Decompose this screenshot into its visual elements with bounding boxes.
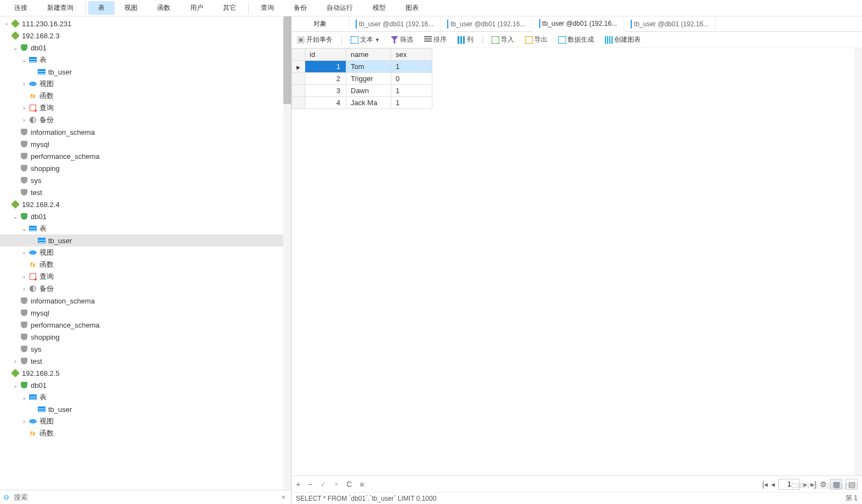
close-icon[interactable]: × <box>279 493 288 501</box>
expand-arrow-icon[interactable]: ⌄ <box>11 382 20 388</box>
tree-item[interactable]: tb_user <box>0 403 291 415</box>
user-button[interactable]: 用户 <box>180 1 213 15</box>
table-button[interactable]: 表 <box>88 1 115 15</box>
tree-item[interactable]: tb_user <box>0 66 291 78</box>
table-row[interactable]: 4Jack Ma1 <box>292 97 432 109</box>
table-row[interactable]: 3Dawn1 <box>292 85 432 97</box>
cell-name[interactable]: Tom <box>346 61 391 73</box>
cell-sex[interactable]: 1 <box>391 97 432 109</box>
row-indicator[interactable] <box>292 85 305 97</box>
expand-arrow-icon[interactable]: ⌄ <box>20 57 28 63</box>
tree-item[interactable]: performance_schema <box>0 319 291 331</box>
tree-item[interactable]: ›视图 <box>0 78 291 90</box>
other-button[interactable]: 其它 <box>213 1 246 15</box>
expand-arrow-icon[interactable]: ⌄ <box>11 45 20 51</box>
export-button[interactable]: 导出 <box>523 34 550 45</box>
tree-item[interactable]: ›视图 <box>0 247 291 259</box>
tree-item[interactable]: ›备份 <box>0 283 291 295</box>
query-button[interactable]: 查询 <box>251 1 284 15</box>
tree-item[interactable]: mysql <box>0 307 291 319</box>
tree-item[interactable]: ⌄表 <box>0 391 291 403</box>
grid-area[interactable]: id name sex ▶1Tom12Trigger03Dawn14Jack M… <box>292 48 862 476</box>
expand-arrow-icon[interactable]: › <box>20 250 28 256</box>
tree-item[interactable]: ⌄db01 <box>0 379 291 391</box>
tree-item[interactable]: performance_schema <box>0 150 291 162</box>
expand-arrow-icon[interactable]: ⌄ <box>20 226 28 232</box>
view-button[interactable]: 视图 <box>115 1 147 15</box>
table-row[interactable]: 2Trigger0 <box>292 73 432 85</box>
connect-button[interactable]: 连接 <box>4 1 37 15</box>
backup-button[interactable]: 备份 <box>284 1 317 15</box>
tab-tb-user-1[interactable]: tb_user @db01 (192.16... <box>349 16 441 31</box>
tree-item[interactable]: shopping <box>0 331 291 343</box>
row-indicator[interactable]: ▶ <box>292 61 305 73</box>
cell-sex[interactable]: 1 <box>391 61 432 73</box>
tree-item[interactable]: tb_user <box>0 234 291 247</box>
tab-tb-user-3[interactable]: tb_user @db01 (192.16... <box>533 16 624 32</box>
remove-row-button[interactable]: − <box>308 480 312 489</box>
expand-arrow-icon[interactable]: › <box>20 419 28 425</box>
tree-item[interactable]: ⌄db01 <box>0 210 291 222</box>
row-indicator[interactable] <box>292 97 305 109</box>
tree-item[interactable]: information_schema <box>0 295 291 307</box>
tree-item[interactable]: ›视图 <box>0 415 291 427</box>
commit-button[interactable]: ✓ <box>320 480 327 489</box>
expand-arrow-icon[interactable]: › <box>2 21 11 27</box>
tree-item[interactable]: sys <box>0 174 291 186</box>
auto-run-button[interactable]: 自动运行 <box>317 1 363 15</box>
tree-item[interactable]: test <box>0 186 291 198</box>
cell-name[interactable]: Trigger <box>346 73 391 85</box>
import-button[interactable]: 导入 <box>489 34 516 45</box>
tree-item[interactable]: fx函数 <box>0 259 291 271</box>
sidebar-scrollbar[interactable] <box>283 16 291 490</box>
tree-item[interactable]: 192.168.2.4 <box>0 198 291 210</box>
cell-id[interactable]: 1 <box>305 61 346 73</box>
expand-arrow-icon[interactable]: ⌄ <box>11 214 20 220</box>
tab-object[interactable]: 对象 <box>292 16 349 31</box>
prev-page-button[interactable]: ◂ <box>771 480 775 489</box>
begin-transaction-button[interactable]: 开始事务 <box>295 34 335 45</box>
row-header-col[interactable] <box>292 49 305 61</box>
tree-item[interactable]: 192.168.2.5 <box>0 367 291 379</box>
sort-button[interactable]: 排序 <box>422 34 449 45</box>
create-chart-button[interactable]: 创建图表 <box>603 34 643 45</box>
expand-arrow-icon[interactable]: › <box>20 117 28 123</box>
tree-item[interactable]: ›111.230.16.231 <box>0 18 291 30</box>
tree-item[interactable]: ⌄db01 <box>0 42 291 54</box>
stop-button[interactable]: ■ <box>359 480 364 489</box>
expand-arrow-icon[interactable]: › <box>20 81 28 87</box>
cancel-edit-button[interactable]: × <box>334 480 339 489</box>
text-button[interactable]: 文本▼ <box>349 34 382 45</box>
model-button[interactable]: 模型 <box>363 1 396 15</box>
expand-arrow-icon[interactable]: ⌄ <box>20 394 28 400</box>
tree-item[interactable]: ⌄表 <box>0 222 291 234</box>
function-button[interactable]: 函数 <box>147 1 180 15</box>
row-indicator[interactable] <box>292 73 305 85</box>
cell-id[interactable]: 2 <box>305 73 346 85</box>
cell-sex[interactable]: 0 <box>391 73 432 85</box>
tree-item[interactable]: mysql <box>0 138 291 150</box>
generate-data-button[interactable]: 数据生成 <box>556 34 596 45</box>
col-header-name[interactable]: name <box>346 49 391 61</box>
tree-item[interactable]: sys <box>0 343 291 355</box>
columns-button[interactable]: 列 <box>455 34 476 45</box>
expand-arrow-icon[interactable]: › <box>20 105 28 111</box>
cell-sex[interactable]: 1 <box>391 85 432 97</box>
content-scrollbar[interactable] <box>854 48 862 476</box>
table-row[interactable]: ▶1Tom1 <box>292 61 432 73</box>
expand-arrow-icon[interactable]: › <box>20 286 28 292</box>
tree-item[interactable]: fx函数 <box>0 427 291 439</box>
tree-item[interactable]: 192.168.2.3 <box>0 30 291 42</box>
search-input[interactable] <box>13 492 279 502</box>
tree-item[interactable]: information_schema <box>0 126 291 138</box>
cell-id[interactable]: 3 <box>305 85 346 97</box>
tree-item[interactable]: ›备份 <box>0 114 291 126</box>
expand-arrow-icon[interactable]: › <box>20 274 28 280</box>
first-page-button[interactable]: |◂ <box>762 480 768 489</box>
cell-name[interactable]: Jack Ma <box>346 97 391 109</box>
add-row-button[interactable]: + <box>296 480 300 489</box>
col-header-id[interactable]: id <box>305 49 346 61</box>
col-header-sex[interactable]: sex <box>391 49 432 61</box>
tree-item[interactable]: ›查询 <box>0 271 291 283</box>
tab-tb-user-4[interactable]: tb_user @db01 (192.16... <box>624 16 716 31</box>
